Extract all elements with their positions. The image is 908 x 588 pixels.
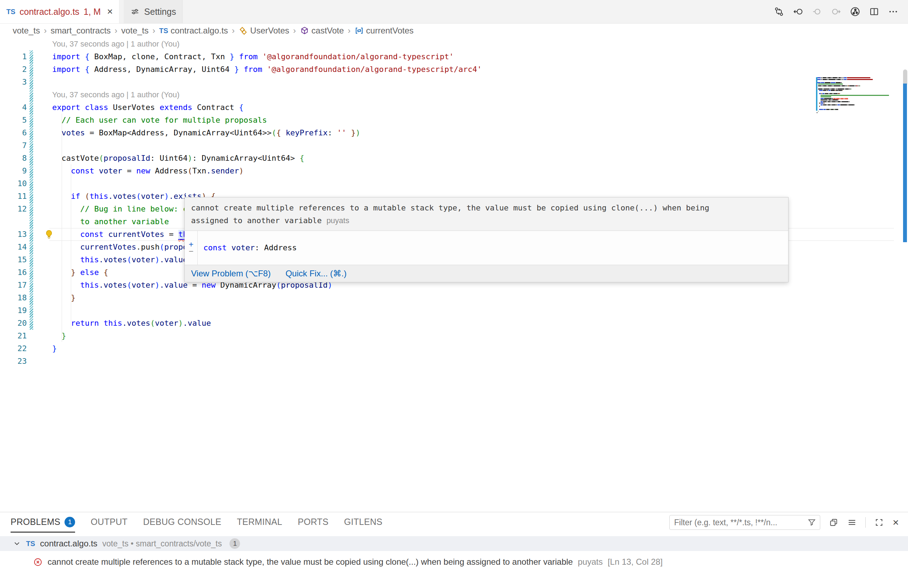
line-number[interactable]: 14 (0, 241, 27, 253)
line-number[interactable]: 11 (0, 190, 27, 203)
code-line[interactable]: 18 } (0, 292, 908, 304)
code-line[interactable]: 1import { BoxMap, clone, Contract, Txn }… (0, 50, 908, 63)
code-line[interactable]: 2import { Address, DynamicArray, Uint64 … (0, 63, 908, 76)
next-change-disabled-icon[interactable] (831, 6, 842, 17)
line-number[interactable]: 3 (0, 76, 27, 89)
line-number[interactable]: 4 (0, 101, 27, 114)
gutter[interactable] (27, 304, 52, 317)
line-number[interactable]: 13 (0, 228, 27, 241)
line-number[interactable]: 20 (0, 317, 27, 330)
breadcrumb-item[interactable]: vote_ts (13, 26, 40, 35)
gutter[interactable] (27, 177, 52, 190)
gutter[interactable] (27, 127, 52, 139)
line-number[interactable]: 19 (0, 304, 27, 317)
problem-row[interactable]: cannot create multiple references to a m… (0, 554, 908, 570)
collapse-all-icon[interactable] (829, 517, 839, 527)
code-line[interactable]: 7 (0, 139, 908, 152)
previous-change-icon[interactable] (792, 6, 804, 17)
gutter[interactable] (27, 279, 52, 292)
breadcrumb-item-file[interactable]: TS contract.algo.ts (159, 26, 228, 35)
panel-tab-gitlens[interactable]: GITLENS (344, 512, 382, 533)
gutter[interactable] (27, 266, 52, 279)
line-number[interactable]: 16 (0, 266, 27, 279)
tab-contract-algo-ts[interactable]: TS contract.algo.ts 1, M × (0, 0, 119, 23)
line-number[interactable]: 12 (0, 203, 27, 215)
gutter[interactable] (27, 114, 52, 127)
panel-tab-problems[interactable]: PROBLEMS 1 (11, 512, 75, 533)
line-number[interactable]: 18 (0, 292, 27, 304)
gutter[interactable] (27, 139, 52, 152)
code-editor[interactable]: You, 37 seconds ago | 1 author (You)1imp… (0, 38, 908, 512)
gutter[interactable] (27, 50, 52, 63)
line-number[interactable] (0, 89, 27, 101)
gitlens-blame-row[interactable]: You, 37 seconds ago | 1 author (You) (0, 89, 908, 101)
code-line[interactable]: 10 (0, 177, 908, 190)
change-disabled-icon[interactable] (811, 6, 823, 17)
code-line[interactable]: 22} (0, 342, 908, 355)
gutter[interactable] (27, 342, 52, 355)
panel-tab-output[interactable]: OUTPUT (90, 512, 127, 533)
problems-file-group[interactable]: TS contract.algo.ts vote_ts • smart_cont… (0, 536, 908, 551)
line-number[interactable]: 17 (0, 279, 27, 292)
panel-tab-terminal[interactable]: TERMINAL (237, 512, 282, 533)
more-actions-icon[interactable] (887, 6, 899, 17)
blame-annotation[interactable]: You, 37 seconds ago | 1 author (You) (52, 89, 179, 101)
gutter[interactable] (27, 317, 52, 330)
filter-input[interactable] (673, 517, 804, 528)
panel-tab-debug-console[interactable]: DEBUG CONSOLE (143, 512, 221, 533)
line-number[interactable]: 7 (0, 139, 27, 152)
gutter[interactable] (27, 38, 52, 50)
gutter[interactable] (27, 203, 52, 215)
gutter[interactable] (27, 330, 52, 342)
line-number[interactable]: 6 (0, 127, 27, 139)
code-line[interactable]: 4export class UserVotes extends Contract… (0, 101, 908, 114)
view-problem-link[interactable]: View Problem (⌥F8) (191, 269, 271, 279)
gitlens-blame-row[interactable]: You, 37 seconds ago | 1 author (You) (0, 38, 908, 50)
code-line[interactable]: 6 votes = BoxMap<Address, DynamicArray<U… (0, 127, 908, 139)
gutter[interactable] (27, 89, 52, 101)
code-line[interactable]: 3 (0, 76, 908, 89)
breadcrumb-item-method[interactable]: castVote (300, 26, 344, 35)
line-number[interactable] (0, 215, 27, 228)
git-compare-icon[interactable] (773, 6, 785, 17)
breadcrumb-item[interactable]: smart_contracts (50, 26, 111, 35)
code-line[interactable]: 19 (0, 304, 908, 317)
line-number[interactable]: 15 (0, 253, 27, 266)
gutter[interactable] (27, 101, 52, 114)
close-panel-icon[interactable]: × (892, 517, 899, 528)
line-number[interactable]: 21 (0, 330, 27, 342)
gutter[interactable] (27, 355, 52, 368)
gutter[interactable] (27, 190, 52, 203)
lightbulb-icon[interactable] (44, 229, 54, 240)
line-number[interactable]: 10 (0, 177, 27, 190)
gutter[interactable] (27, 76, 52, 89)
line-number[interactable]: 5 (0, 114, 27, 127)
code-line[interactable]: 5 // Each user can vote for multiple pro… (0, 114, 908, 127)
line-number[interactable]: 1 (0, 50, 27, 63)
line-number[interactable]: 2 (0, 63, 27, 76)
code-line[interactable]: 20 return this.votes(voter).value (0, 317, 908, 330)
gitlens-graph-icon[interactable] (850, 6, 861, 17)
quick-fix-link[interactable]: Quick Fix... (⌘.) (285, 269, 346, 279)
gutter[interactable] (27, 228, 52, 241)
breadcrumb-item-variable[interactable]: currentVotes (354, 26, 414, 35)
gutter[interactable] (27, 152, 52, 164)
code-line[interactable]: 8 castVote(proposalId: Uint64): DynamicA… (0, 152, 908, 164)
tab-settings[interactable]: Settings (124, 0, 183, 23)
gutter[interactable] (27, 164, 52, 177)
split-editor-icon[interactable] (869, 6, 880, 17)
minimap[interactable] (817, 77, 892, 130)
breadcrumb-item[interactable]: vote_ts (121, 26, 148, 35)
collapse-icon[interactable]: − (188, 248, 193, 255)
code-line[interactable]: 23 (0, 355, 908, 368)
gutter[interactable] (27, 241, 52, 253)
line-number[interactable]: 9 (0, 164, 27, 177)
blame-annotation[interactable]: You, 37 seconds ago | 1 author (You) (52, 38, 179, 50)
code-line[interactable]: 21 } (0, 330, 908, 342)
code-line[interactable]: 9 const voter = new Address(Txn.sender) (0, 164, 908, 177)
line-number[interactable] (0, 38, 27, 50)
panel-tab-ports[interactable]: PORTS (298, 512, 328, 533)
maximize-panel-icon[interactable] (874, 517, 884, 527)
gutter[interactable] (27, 63, 52, 76)
view-as-table-icon[interactable] (847, 517, 857, 527)
